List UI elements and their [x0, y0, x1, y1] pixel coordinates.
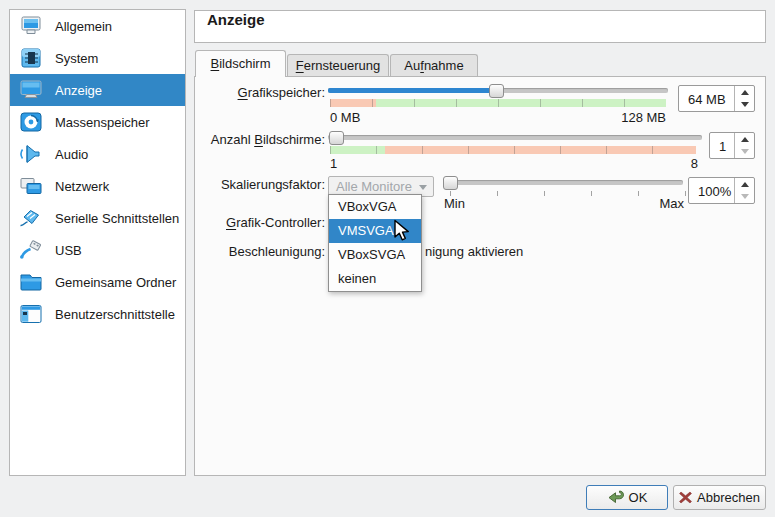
acceleration-label: Beschleunigung: — [195, 244, 325, 259]
monitor-count-min-label: 1 — [330, 156, 337, 171]
chevron-down-icon — [419, 185, 427, 190]
vm-settings-dialog: Allgemein System Anzeige — [0, 0, 775, 517]
serial-port-icon — [18, 208, 44, 228]
monitor-icon — [18, 16, 44, 36]
cancel-button-label: Abbrechen — [697, 490, 760, 505]
sidebar-item-allgemein[interactable]: Allgemein — [10, 10, 185, 42]
sidebar-item-usb[interactable]: USB — [10, 234, 185, 266]
video-memory-range-bar — [330, 99, 666, 107]
scale-factor-min-label: Min — [444, 196, 465, 211]
mouse-cursor-icon — [391, 219, 413, 242]
video-memory-slider-fill — [328, 88, 497, 93]
acceleration-checkbox-label-fragment: nigung aktivieren — [425, 244, 523, 259]
sidebar-item-serielle-schnittstellen[interactable]: Serielle Schnittstellen — [10, 202, 185, 234]
sidebar-item-audio[interactable]: Audio — [10, 138, 185, 170]
sidebar-item-system[interactable]: System — [10, 42, 185, 74]
sidebar-item-label: Benutzerschnittstelle — [55, 307, 175, 322]
dropdown-option-vboxsvga[interactable]: VBoxSVGA — [329, 243, 421, 267]
sidebar-item-benutzerschnittstelle[interactable]: Benutzerschnittstelle — [10, 298, 185, 330]
spin-up-icon[interactable] — [735, 133, 754, 146]
spin-up-icon[interactable] — [735, 86, 754, 99]
scale-factor-spinbox[interactable]: 100% — [688, 177, 755, 204]
ok-button[interactable]: OK — [586, 485, 668, 510]
monitor-count-slider[interactable] — [328, 135, 702, 140]
spin-up-icon[interactable] — [735, 178, 754, 191]
scale-factor-slider[interactable] — [443, 180, 683, 185]
video-memory-spinbox[interactable]: 64 MB — [678, 85, 755, 112]
video-memory-min-label: 0 MB — [330, 110, 360, 125]
scale-factor-label: Skalierungsfaktor: — [195, 177, 325, 192]
tab-fernsteuerung[interactable]: Fernsteuerung — [287, 54, 389, 77]
cancel-x-icon — [679, 491, 692, 504]
video-memory-value: 64 MB — [688, 91, 726, 106]
sidebar-item-massenspeicher[interactable]: Massenspeicher — [10, 106, 185, 138]
folder-icon — [18, 272, 44, 292]
sidebar-item-label: Netzwerk — [55, 179, 109, 194]
scale-factor-max-label: Max — [634, 196, 684, 211]
sidebar-item-label: Audio — [55, 147, 88, 162]
monitor-count-label: Anzahl Bildschirme: — [195, 132, 325, 147]
sidebar-item-anzeige[interactable]: Anzeige — [10, 74, 185, 106]
spin-down-icon[interactable] — [735, 99, 754, 112]
sidebar-item-label: System — [55, 51, 98, 66]
sidebar-item-label: Massenspeicher — [55, 115, 150, 130]
monitor-count-slider-handle[interactable] — [329, 131, 344, 145]
harddisk-icon — [18, 112, 44, 132]
sidebar-item-netzwerk[interactable]: Netzwerk — [10, 170, 185, 202]
video-memory-slider-handle[interactable] — [489, 84, 504, 98]
sidebar-item-label: Anzeige — [55, 83, 102, 98]
dropdown-option-keinen[interactable]: keinen — [329, 267, 421, 291]
speaker-icon — [18, 144, 44, 164]
sidebar-item-label: Allgemein — [55, 19, 112, 34]
page-title: Anzeige — [207, 11, 265, 28]
ok-arrow-icon — [607, 490, 624, 505]
scale-factor-slider-handle[interactable] — [443, 176, 458, 190]
graphics-controller-dropdown: VBoxVGA VMSVGA VBoxSVGA keinen — [328, 194, 422, 292]
sidebar-item-label: USB — [55, 243, 82, 258]
sidebar-item-label: Serielle Schnittstellen — [55, 211, 179, 226]
spin-down-icon[interactable] — [735, 146, 754, 159]
monitor-count-spinbox[interactable]: 1 — [709, 132, 755, 159]
sidebar-item-label: Gemeinsame Ordner — [55, 275, 176, 290]
page-title-box — [194, 10, 766, 43]
cancel-button[interactable]: Abbrechen — [673, 485, 766, 510]
tick-marks — [330, 99, 666, 107]
video-memory-max-label: 128 MB — [596, 110, 666, 125]
window-ui-icon — [18, 304, 44, 324]
scale-factor-value: 100% — [698, 183, 731, 198]
dropdown-option-vboxvga[interactable]: VBoxVGA — [329, 195, 421, 219]
graphics-controller-label: Grafik-Controller: — [195, 215, 325, 230]
display-icon — [18, 80, 44, 100]
sidebar-item-gemeinsame-ordner[interactable]: Gemeinsame Ordner — [10, 266, 185, 298]
network-icon — [18, 176, 44, 196]
usb-icon — [18, 240, 44, 260]
settings-category-list: Allgemein System Anzeige — [9, 9, 186, 476]
tab-aufnahme[interactable]: Aufnahme — [390, 54, 478, 77]
scale-monitor-selector-value: Alle Monitore — [336, 179, 412, 194]
tick-marks — [330, 146, 696, 154]
ok-button-label: OK — [629, 490, 648, 505]
tab-bildschirm[interactable]: Bildschirm — [195, 50, 286, 77]
monitor-count-value: 1 — [719, 138, 726, 153]
chip-icon — [18, 48, 44, 68]
monitor-count-range-bar — [330, 146, 696, 154]
video-memory-label: Grafikspeicher: — [195, 85, 325, 100]
spin-down-icon[interactable] — [735, 191, 754, 204]
monitor-count-max-label: 8 — [648, 156, 698, 171]
